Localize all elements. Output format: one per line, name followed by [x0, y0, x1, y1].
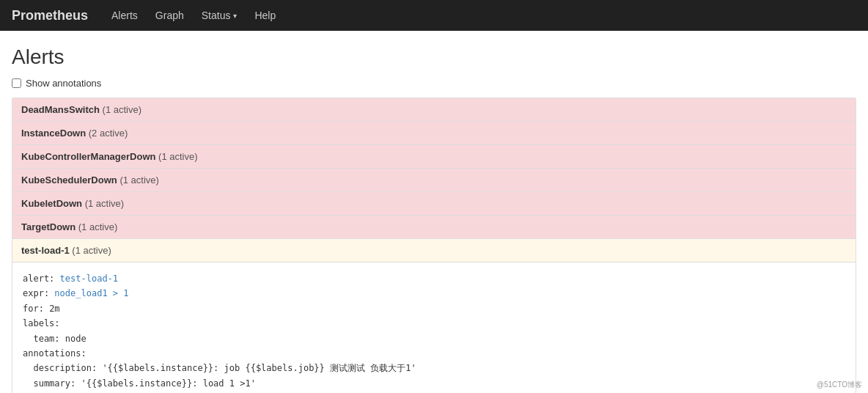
alert-link[interactable]: test-load-1 [60, 273, 118, 284]
alert-group-deadmansswitch: DeadMansSwitch (1 active) [12, 98, 856, 122]
alert-group-header[interactable]: InstanceDown (2 active) [12, 122, 856, 144]
alert-group-header[interactable]: KubeSchedulerDown (1 active) [12, 169, 856, 191]
alert-group-header[interactable]: TargetDown (1 active) [12, 216, 856, 238]
alert-group-targetdown: TargetDown (1 active) [12, 216, 856, 239]
alert-count: (1 active) [78, 221, 117, 232]
alert-count: (1 active) [103, 104, 141, 115]
nav-brand[interactable]: Prometheus [12, 8, 88, 23]
alert-name: KubeSchedulerDown [21, 175, 117, 186]
expr-link[interactable]: node_load1 > 1 [54, 288, 128, 298]
alert-group-header[interactable]: KubeletDown (1 active) [12, 192, 856, 215]
watermark: @51CTO博客 [817, 380, 862, 390]
alert-detail: alert: test-load-1 expr: node_load1 > 1 … [12, 262, 856, 393]
alert-group-kubeletdown: KubeletDown (1 active) [12, 192, 856, 216]
page-title: Alerts [12, 45, 856, 69]
nav-help[interactable]: Help [246, 0, 284, 31]
alert-detail-annotations: annotations: [23, 346, 845, 361]
alert-count: (2 active) [89, 128, 128, 139]
alert-group-kubeschedulerdown: KubeSchedulerDown (1 active) [12, 169, 856, 192]
alert-group-testload1: test-load-1 (1 active) alert: test-load-… [12, 239, 856, 393]
alert-count: (1 active) [119, 175, 158, 186]
nav-status[interactable]: Status ▾ [193, 0, 246, 31]
alert-name: DeadMansSwitch [21, 104, 100, 115]
alert-name: KubeletDown [21, 198, 82, 209]
alert-name: TargetDown [21, 221, 76, 232]
alert-name: InstanceDown [21, 128, 86, 139]
alert-detail-expr: expr: node_load1 > 1 [23, 286, 845, 301]
alert-group-header[interactable]: KubeControllerManagerDown (1 active) [12, 145, 856, 168]
alerts-container: DeadMansSwitch (1 active) InstanceDown (… [12, 98, 856, 393]
alert-group-header-expanded[interactable]: test-load-1 (1 active) [12, 239, 856, 262]
alert-detail-summary: summary: '{{$labels.instance}}: load 1 >… [23, 376, 845, 391]
alert-detail-team: team: node [23, 331, 845, 346]
chevron-down-icon: ▾ [233, 12, 237, 20]
alert-detail-description: description: '{{$labels.instance}}: job … [23, 361, 845, 375]
alert-name: test-load-1 [21, 245, 70, 256]
alert-group-kubecontrollermanagerdown: KubeControllerManagerDown (1 active) [12, 145, 856, 169]
alert-detail-for: for: 2m [23, 301, 845, 316]
navbar: Prometheus Alerts Graph Status ▾ Help [0, 0, 868, 31]
page-content: Alerts Show annotations DeadMansSwitch (… [0, 31, 868, 393]
alert-count: (1 active) [158, 151, 197, 162]
alert-count: (1 active) [85, 198, 124, 209]
alert-count: (1 active) [72, 245, 111, 256]
alert-group-header[interactable]: DeadMansSwitch (1 active) [12, 98, 856, 121]
alert-group-instancedown: InstanceDown (2 active) [12, 122, 856, 145]
show-annotations-label[interactable]: Show annotations [12, 78, 856, 89]
alert-name: KubeControllerManagerDown [21, 151, 155, 162]
alert-detail-labels: labels: [23, 316, 845, 331]
nav-alerts[interactable]: Alerts [103, 0, 147, 31]
show-annotations-checkbox[interactable] [12, 78, 21, 88]
nav-graph[interactable]: Graph [147, 0, 193, 31]
alert-detail-alert: alert: test-load-1 [23, 271, 845, 286]
